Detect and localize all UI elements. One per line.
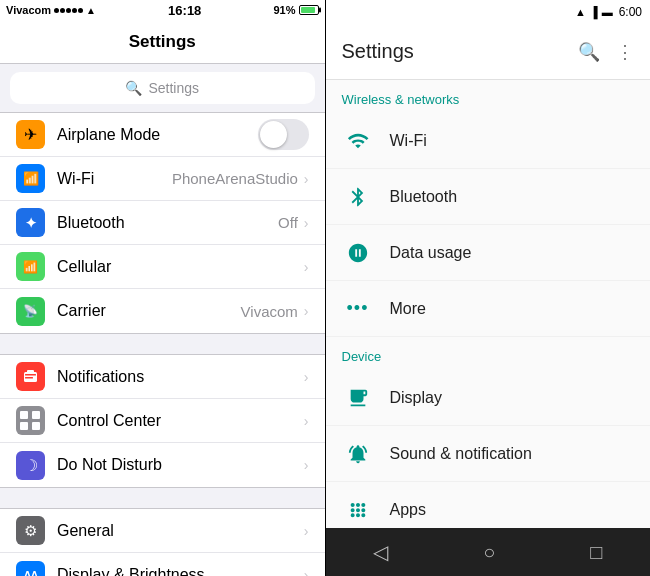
android-apps-row-icon — [342, 499, 374, 521]
airplane-toggle-knob — [260, 121, 287, 148]
display-icon: AA — [16, 561, 45, 577]
control-center-label: Control Center — [57, 412, 304, 430]
android-bluetooth-label: Bluetooth — [390, 188, 458, 206]
ios-nav-bar: Settings — [0, 20, 325, 64]
wifi-icon: 📶 — [16, 164, 45, 193]
android-title: Settings — [342, 40, 414, 63]
signal-dot-5 — [78, 8, 83, 13]
signal-dot-3 — [66, 8, 71, 13]
android-sound-row-icon — [342, 443, 374, 465]
ios-battery — [299, 5, 319, 15]
ios-row-display[interactable]: AA Display & Brightness › — [0, 553, 325, 576]
bluetooth-icon: ✦ — [16, 208, 45, 237]
android-recent-button[interactable]: □ — [590, 541, 602, 564]
android-sound-label: Sound & notification — [390, 445, 532, 463]
ios-content: ✈ Airplane Mode 📶 Wi-Fi PhoneArenaStudio… — [0, 112, 325, 576]
wifi-value: PhoneArenaStudio — [172, 170, 298, 187]
ios-row-airplane[interactable]: ✈ Airplane Mode — [0, 113, 325, 157]
android-row-wifi[interactable]: Wi-Fi — [326, 113, 651, 169]
android-time: 6:00 — [619, 5, 642, 19]
android-wireless-header: Wireless & networks — [326, 80, 651, 113]
notifications-icon — [16, 362, 45, 391]
ios-row-general[interactable]: ⚙ General › — [0, 509, 325, 553]
svg-rect-3 — [25, 377, 33, 379]
do-not-disturb-label: Do Not Disturb — [57, 456, 304, 474]
android-search-button[interactable]: 🔍 — [578, 41, 600, 63]
ios-notifications-group: Notifications › Control Center › ☽ Do No… — [0, 354, 325, 488]
ios-status-left: Vivacom ▲ — [6, 4, 96, 16]
control-center-icon — [16, 406, 45, 435]
android-data-usage-row-icon — [342, 242, 374, 264]
android-status-bar: ▲ ▐ ▬ 6:00 — [326, 0, 651, 24]
ios-row-carrier[interactable]: 📡 Carrier Vivacom › — [0, 289, 325, 333]
control-center-chevron: › — [304, 413, 309, 429]
android-nav-bar: ◁ ○ □ — [326, 528, 651, 576]
android-home-button[interactable]: ○ — [483, 541, 495, 564]
ios-row-notifications[interactable]: Notifications › — [0, 355, 325, 399]
bluetooth-value: Off — [278, 214, 298, 231]
android-status-right: ▲ ▐ ▬ 6:00 — [575, 5, 642, 19]
carrier-chevron: › — [304, 303, 309, 319]
android-content: Wireless & networks Wi-Fi Bluetooth — [326, 80, 651, 528]
ios-status-right: 91% — [273, 4, 318, 16]
android-row-apps[interactable]: Apps — [326, 482, 651, 528]
ios-row-bluetooth[interactable]: ✦ Bluetooth Off › — [0, 201, 325, 245]
ios-row-cellular[interactable]: 📶 Cellular › — [0, 245, 325, 289]
android-row-display[interactable]: Display — [326, 370, 651, 426]
airplane-toggle[interactable] — [258, 119, 309, 150]
ios-general-group: ⚙ General › AA Display & Brightness › — [0, 508, 325, 576]
ios-row-wifi[interactable]: 📶 Wi-Fi PhoneArenaStudio › — [0, 157, 325, 201]
do-not-disturb-chevron: › — [304, 457, 309, 473]
ios-search-bar[interactable]: 🔍 Settings — [10, 72, 315, 104]
ios-wifi-icon: ▲ — [86, 5, 96, 16]
signal-dots — [54, 8, 83, 13]
display-label: Display & Brightness — [57, 566, 304, 576]
ios-row-do-not-disturb[interactable]: ☽ Do Not Disturb › — [0, 443, 325, 487]
display-chevron: › — [304, 567, 309, 576]
android-wireless-section: Wireless & networks Wi-Fi Bluetooth — [326, 80, 651, 337]
signal-dot-2 — [60, 8, 65, 13]
general-icon: ⚙ — [16, 516, 45, 545]
android-overflow-button[interactable]: ⋮ — [616, 41, 634, 63]
bluetooth-label: Bluetooth — [57, 214, 278, 232]
cellular-chevron: › — [304, 259, 309, 275]
signal-dot-1 — [54, 8, 59, 13]
android-battery-icon: ▬ — [602, 6, 613, 18]
android-data-usage-label: Data usage — [390, 244, 472, 262]
ios-panel: Vivacom ▲ 16:18 91% Settings 🔍 Settings — [0, 0, 325, 576]
signal-dot-4 — [72, 8, 77, 13]
android-toolbar: Settings 🔍 ⋮ — [326, 24, 651, 80]
android-toolbar-icons: 🔍 ⋮ — [578, 41, 634, 63]
android-bluetooth-row-icon — [342, 186, 374, 208]
android-wifi-row-icon — [342, 130, 374, 152]
android-row-sound[interactable]: Sound & notification — [326, 426, 651, 482]
android-apps-label: Apps — [390, 501, 426, 519]
ios-battery-pct: 91% — [273, 4, 295, 16]
wifi-label: Wi-Fi — [57, 170, 172, 188]
svg-rect-1 — [27, 370, 34, 373]
ios-row-control-center[interactable]: Control Center › — [0, 399, 325, 443]
wifi-chevron: › — [304, 171, 309, 187]
android-row-more[interactable]: ••• More — [326, 281, 651, 337]
android-back-button[interactable]: ◁ — [373, 540, 388, 564]
search-icon: 🔍 — [125, 80, 142, 96]
android-device-section: Device Display Sound & notification — [326, 337, 651, 528]
android-row-bluetooth[interactable]: Bluetooth — [326, 169, 651, 225]
cellular-label: Cellular — [57, 258, 304, 276]
ios-search-container: 🔍 Settings — [0, 64, 325, 112]
notifications-label: Notifications — [57, 368, 304, 386]
ios-time: 16:18 — [168, 3, 201, 18]
general-chevron: › — [304, 523, 309, 539]
android-display-label: Display — [390, 389, 442, 407]
ios-title: Settings — [129, 32, 196, 52]
search-placeholder: Settings — [148, 80, 199, 96]
battery-fill — [301, 7, 316, 13]
android-more-label: More — [390, 300, 426, 318]
notifications-chevron: › — [304, 369, 309, 385]
android-row-data-usage[interactable]: Data usage — [326, 225, 651, 281]
android-more-row-icon: ••• — [342, 298, 374, 319]
android-device-header: Device — [326, 337, 651, 370]
carrier-value: Vivacom — [241, 303, 298, 320]
android-display-row-icon — [342, 387, 374, 409]
carrier-label: Carrier — [57, 302, 241, 320]
